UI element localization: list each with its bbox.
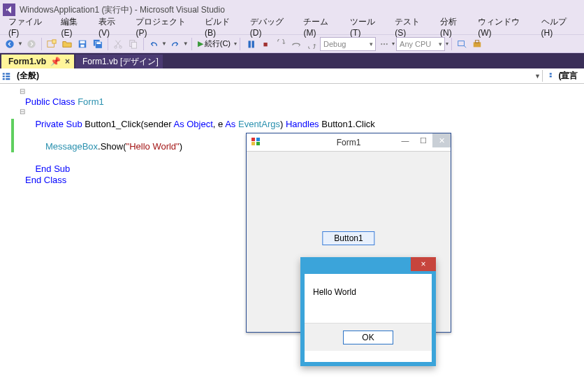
separator xyxy=(240,38,240,50)
menu-window[interactable]: ウィンドウ(W) xyxy=(472,15,535,39)
new-project-button[interactable] xyxy=(45,37,59,51)
menu-debug[interactable]: デバッグ(D) xyxy=(244,15,298,39)
svg-point-15 xyxy=(384,43,385,44)
menu-bar: ファイル(F) 編集(E) 表示(V) プロジェクト(P) ビルド(B) デバッ… xyxy=(0,20,584,35)
msgbox-close-button[interactable]: × xyxy=(411,257,436,271)
menu-analyze[interactable]: 分析(N) xyxy=(435,15,472,39)
menu-tools[interactable]: ツール(T) xyxy=(344,15,389,39)
open-file-button[interactable] xyxy=(60,37,74,51)
play-icon: ▶ xyxy=(198,39,203,48)
copy-button xyxy=(126,37,140,51)
nav-forward-button xyxy=(24,37,38,51)
maximize-button[interactable]: ☐ xyxy=(414,133,432,147)
member-selector[interactable]: (宣言 xyxy=(542,70,584,82)
form-icon xyxy=(251,137,261,142)
menu-help[interactable]: ヘルプ(H) xyxy=(536,15,581,39)
svg-rect-25 xyxy=(6,78,10,80)
dropdown-caret-icon[interactable]: ▾ xyxy=(392,41,395,47)
code-nav-bar: (全般) ▼ (宣言 xyxy=(0,68,584,84)
menu-edit[interactable]: 編集(E) xyxy=(55,15,93,39)
cut-button xyxy=(111,37,125,51)
platform-select[interactable]: Any CPU xyxy=(396,37,445,51)
svg-rect-26 xyxy=(549,73,551,74)
menu-view[interactable]: 表示(V) xyxy=(93,15,131,39)
step-out-button[interactable] xyxy=(305,37,319,51)
separator xyxy=(41,38,42,50)
redo-button[interactable] xyxy=(168,37,182,51)
tab-label: Form1.vb xyxy=(8,57,46,66)
svg-rect-27 xyxy=(549,75,551,77)
stop-icon: ■ xyxy=(263,40,268,48)
pause-button[interactable]: ❚❚ xyxy=(243,37,257,51)
change-marker xyxy=(11,119,14,152)
msgbox-button-row: OK xyxy=(305,323,432,351)
continue-button[interactable]: ▶ 続行(C) xyxy=(195,37,233,51)
minimize-button[interactable]: — xyxy=(396,133,414,147)
msgbox-title-bar[interactable]: × xyxy=(300,257,436,274)
dropdown-caret-icon[interactable]: ▼ xyxy=(183,41,189,47)
code-editor[interactable]: ⊟ ⊟ Public Class Form1 Private Sub Butto… xyxy=(0,84,584,392)
menu-test[interactable]: テスト(S) xyxy=(389,15,435,39)
form-title-bar[interactable]: Form1 — ☐ ✕ xyxy=(247,133,451,152)
svg-rect-21 xyxy=(3,75,5,77)
svg-rect-23 xyxy=(6,73,10,74)
save-button[interactable] xyxy=(75,37,89,51)
svg-rect-22 xyxy=(3,78,5,80)
continue-label: 続行(C) xyxy=(205,38,231,49)
svg-point-16 xyxy=(386,43,388,44)
member-icon xyxy=(549,72,557,80)
stop-button[interactable]: ■ xyxy=(258,37,272,51)
separator xyxy=(143,38,144,50)
svg-point-0 xyxy=(6,40,13,48)
msgbox-text: Hello World xyxy=(305,274,432,323)
close-button[interactable]: ✕ xyxy=(432,133,451,147)
svg-point-1 xyxy=(27,40,35,48)
menu-team[interactable]: チーム(M) xyxy=(298,15,344,39)
svg-rect-20 xyxy=(3,73,5,74)
svg-rect-5 xyxy=(80,41,85,43)
pin-icon[interactable]: 📌 xyxy=(50,57,61,66)
step-into-button[interactable] xyxy=(274,37,288,51)
svg-rect-24 xyxy=(6,75,10,77)
config-select[interactable]: Debug xyxy=(320,37,376,51)
tab-form1-vb[interactable]: Form1.vb 📌 × xyxy=(1,55,74,68)
separator xyxy=(191,38,192,50)
svg-rect-9 xyxy=(96,42,101,44)
scope-selector[interactable]: (全般) xyxy=(13,70,534,82)
window-title: WindowsApplication1 (実行中) - Microsoft Vi… xyxy=(20,4,225,16)
separator xyxy=(108,38,108,50)
svg-rect-13 xyxy=(131,42,136,48)
toolbox-button[interactable] xyxy=(470,37,484,51)
dropdown-caret-icon[interactable]: ▼ xyxy=(17,41,23,47)
form-title: Form1 xyxy=(337,137,361,148)
ok-button[interactable]: OK xyxy=(343,331,393,344)
step-over-button[interactable] xyxy=(289,37,303,51)
dropdown-caret-icon[interactable]: ▾ xyxy=(234,41,237,47)
close-icon[interactable]: × xyxy=(65,57,70,66)
document-tab-strip: Form1.vb 📌 × Form1.vb [デザイン] xyxy=(0,53,584,68)
menu-build[interactable]: ビルド(B) xyxy=(199,15,244,39)
svg-rect-3 xyxy=(52,39,56,43)
undo-button[interactable] xyxy=(147,37,161,51)
menu-file[interactable]: ファイル(F) xyxy=(3,15,55,39)
svg-rect-17 xyxy=(458,41,465,45)
tab-label: Form1.vb [デザイン] xyxy=(82,56,159,68)
svg-point-14 xyxy=(381,43,382,44)
config-extra-button[interactable] xyxy=(377,37,391,51)
dropdown-caret-icon[interactable]: ▼ xyxy=(161,41,167,47)
tab-form1-design[interactable]: Form1.vb [デザイン] xyxy=(75,55,163,68)
member-list-icon[interactable] xyxy=(0,72,13,80)
menu-project[interactable]: プロジェクト(P) xyxy=(130,15,199,39)
find-button[interactable] xyxy=(455,37,469,51)
save-all-button[interactable] xyxy=(91,37,105,51)
pause-icon: ❚❚ xyxy=(247,40,254,48)
nav-back-button[interactable] xyxy=(3,37,17,51)
separator xyxy=(451,38,452,50)
message-box[interactable]: × Hello World OK xyxy=(300,257,436,366)
dropdown-caret-icon[interactable]: ▾ xyxy=(446,41,448,47)
svg-rect-6 xyxy=(80,44,84,47)
button1[interactable]: Button1 xyxy=(322,231,374,245)
chevron-down-icon: ▼ xyxy=(534,73,541,80)
